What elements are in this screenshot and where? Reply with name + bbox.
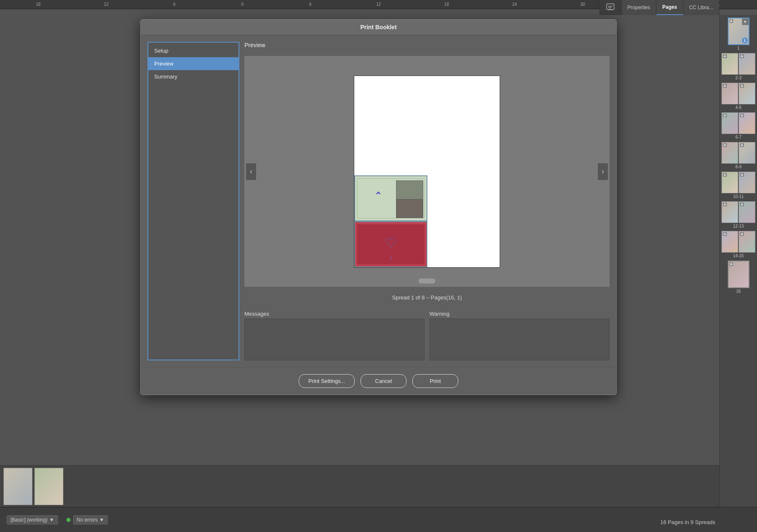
blue-mark: ⌃ [374,191,382,201]
ruler-mark: 12 [345,2,413,7]
prev-spread-button[interactable]: ‹ [246,163,256,180]
ruler-mark: 6 [277,2,345,7]
preview-area: ‹ ⌃ [244,56,610,287]
bottom-strip [0,465,719,507]
pages-tab[interactable]: Pages [656,0,683,15]
preview-page: ⌃ ♡ ↓ [354,76,500,268]
ruler-mark: 12 [72,2,140,7]
scroll-thumb[interactable] [419,279,435,284]
preset-label: [Basic] (working) [10,517,48,523]
cancel-button[interactable]: Cancel [361,374,406,388]
spread-top-image: ⌃ [354,175,427,221]
pages-in-spreads: 16 Pages in 9 Spreads [660,519,715,525]
no-errors-dot [66,518,71,522]
print-booklet-dialog: Print Booklet Setup Preview Summary Prev… [140,19,617,395]
errors-item: No errors ▼ [66,515,108,524]
main-content: Preview ‹ [244,42,610,360]
ruler-mark: 18 [412,2,480,7]
dialog-title: Print Booklet [141,20,616,35]
dialog-backdrop: Print Booklet Setup Preview Summary Prev… [0,15,757,507]
warning-label: Warning [429,311,610,317]
dialog-body: Setup Preview Summary Preview ‹ [141,35,616,367]
messages-area[interactable] [244,319,424,360]
warning-area[interactable] [429,319,610,360]
strip-thumb-2[interactable] [34,468,64,505]
ruler-mark: 0 [208,2,277,7]
errors-chevron: ▼ [99,517,104,523]
spread-content: ⌃ ♡ ↓ [354,175,427,267]
strip-thumb-1[interactable] [3,468,33,505]
sidebar: Setup Preview Summary [147,42,239,360]
ruler-mark: 6 [140,2,208,7]
svg-rect-0 [607,4,614,10]
properties-tab[interactable]: Properties [622,0,657,15]
sidebar-item-summary[interactable]: Summary [148,70,239,83]
status-bar: [Basic] (working) ▼ No errors ▼ 16 Pages… [0,507,757,532]
ruler-mark: 18 [4,2,72,7]
preset-chevron: ▼ [49,517,54,523]
warning-box: Warning [429,311,610,360]
spread-bottom-image: ♡ ↓ [354,221,427,267]
cat-photo-top [396,180,423,201]
print-button[interactable]: Print [412,374,458,388]
next-spread-button[interactable]: › [598,163,608,180]
sidebar-item-preview[interactable]: Preview [148,57,239,70]
chat-icon-button[interactable] [600,0,622,15]
cat-photo-bottom [396,199,423,218]
heart-icon: ♡ [385,235,397,251]
messages-section: Messages Warning [244,311,610,360]
spread-info: Spread 1 of 8 – Pages(16, 1) [244,292,610,303]
print-settings-button[interactable]: Print Settings... [299,374,355,388]
errors-label: No errors [77,517,98,523]
preset-item: [Basic] (working) ▼ [7,515,58,524]
errors-dropdown[interactable]: No errors ▼ [73,515,108,524]
messages-label: Messages [244,311,424,317]
ruler-mark: 24 [480,2,549,7]
sidebar-item-setup[interactable]: Setup [148,44,239,57]
cc-library-tab[interactable]: CC Libra... [683,0,719,15]
preview-section-title: Preview [244,42,610,48]
preset-dropdown[interactable]: [Basic] (working) ▼ [7,515,58,524]
dialog-footer: Print Settings... Cancel Print [141,367,616,395]
arrow-down-icon: ↓ [389,252,393,261]
messages-box: Messages [244,311,424,360]
top-panel: Properties Pages CC Libra... [600,0,719,15]
